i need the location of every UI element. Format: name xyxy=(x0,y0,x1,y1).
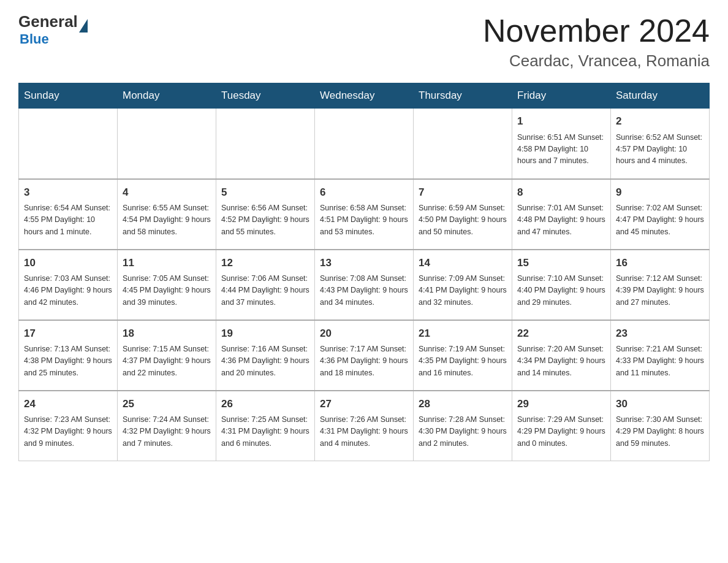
calendar-cell: 17Sunrise: 7:13 AM Sunset: 4:38 PM Dayli… xyxy=(19,320,118,391)
day-number: 24 xyxy=(24,396,112,412)
sun-info: Sunrise: 6:56 AM Sunset: 4:52 PM Dayligh… xyxy=(221,202,309,238)
calendar-cell: 20Sunrise: 7:17 AM Sunset: 4:36 PM Dayli… xyxy=(315,320,414,391)
day-number: 9 xyxy=(616,185,704,201)
sun-info: Sunrise: 7:01 AM Sunset: 4:48 PM Dayligh… xyxy=(517,202,605,238)
day-number: 5 xyxy=(221,185,309,201)
calendar-cell: 30Sunrise: 7:30 AM Sunset: 4:29 PM Dayli… xyxy=(611,391,710,461)
sun-info: Sunrise: 7:05 AM Sunset: 4:45 PM Dayligh… xyxy=(123,273,211,308)
logo-triangle-icon xyxy=(79,19,88,33)
day-number: 16 xyxy=(616,255,704,271)
day-header-tuesday: Tuesday xyxy=(216,83,315,109)
day-number: 19 xyxy=(221,326,309,342)
calendar-cell: 19Sunrise: 7:16 AM Sunset: 4:36 PM Dayli… xyxy=(216,320,315,391)
day-number: 14 xyxy=(419,255,507,271)
calendar-cell: 27Sunrise: 7:26 AM Sunset: 4:31 PM Dayli… xyxy=(315,391,414,461)
sun-info: Sunrise: 7:19 AM Sunset: 4:35 PM Dayligh… xyxy=(419,343,507,379)
day-number: 11 xyxy=(123,255,211,271)
sun-info: Sunrise: 7:17 AM Sunset: 4:36 PM Dayligh… xyxy=(320,343,408,379)
calendar-cell: 15Sunrise: 7:10 AM Sunset: 4:40 PM Dayli… xyxy=(512,250,611,320)
calendar-cell: 8Sunrise: 7:01 AM Sunset: 4:48 PM Daylig… xyxy=(512,179,611,250)
sun-info: Sunrise: 7:09 AM Sunset: 4:41 PM Dayligh… xyxy=(419,273,507,308)
sun-info: Sunrise: 7:29 AM Sunset: 4:29 PM Dayligh… xyxy=(517,414,605,450)
sun-info: Sunrise: 7:16 AM Sunset: 4:36 PM Dayligh… xyxy=(221,343,309,379)
day-number: 8 xyxy=(517,185,605,201)
calendar-table: SundayMondayTuesdayWednesdayThursdayFrid… xyxy=(18,83,710,461)
month-title: November 2024 xyxy=(483,12,710,49)
calendar-cell: 29Sunrise: 7:29 AM Sunset: 4:29 PM Dayli… xyxy=(512,391,611,461)
sun-info: Sunrise: 6:55 AM Sunset: 4:54 PM Dayligh… xyxy=(123,202,211,238)
calendar-cell: 10Sunrise: 7:03 AM Sunset: 4:46 PM Dayli… xyxy=(19,250,118,320)
day-header-monday: Monday xyxy=(118,83,216,109)
day-number: 7 xyxy=(419,185,507,201)
sun-info: Sunrise: 7:02 AM Sunset: 4:47 PM Dayligh… xyxy=(616,202,704,238)
sun-info: Sunrise: 7:08 AM Sunset: 4:43 PM Dayligh… xyxy=(320,273,408,308)
calendar-body: 1Sunrise: 6:51 AM Sunset: 4:58 PM Daylig… xyxy=(19,109,710,461)
logo-general-text: General xyxy=(18,12,78,31)
day-number: 27 xyxy=(320,396,408,412)
week-row-3: 10Sunrise: 7:03 AM Sunset: 4:46 PM Dayli… xyxy=(19,250,710,320)
calendar-cell: 23Sunrise: 7:21 AM Sunset: 4:33 PM Dayli… xyxy=(611,320,710,391)
location-title: Ceardac, Vrancea, Romania xyxy=(483,52,710,71)
week-row-4: 17Sunrise: 7:13 AM Sunset: 4:38 PM Dayli… xyxy=(19,320,710,391)
calendar-cell: 26Sunrise: 7:25 AM Sunset: 4:31 PM Dayli… xyxy=(216,391,315,461)
sun-info: Sunrise: 6:59 AM Sunset: 4:50 PM Dayligh… xyxy=(419,202,507,238)
calendar-cell: 24Sunrise: 7:23 AM Sunset: 4:32 PM Dayli… xyxy=(19,391,118,461)
week-row-1: 1Sunrise: 6:51 AM Sunset: 4:58 PM Daylig… xyxy=(19,109,710,179)
calendar-cell: 21Sunrise: 7:19 AM Sunset: 4:35 PM Dayli… xyxy=(414,320,512,391)
sun-info: Sunrise: 7:06 AM Sunset: 4:44 PM Dayligh… xyxy=(221,273,309,308)
sun-info: Sunrise: 6:52 AM Sunset: 4:57 PM Dayligh… xyxy=(616,132,704,167)
calendar-cell: 5Sunrise: 6:56 AM Sunset: 4:52 PM Daylig… xyxy=(216,179,315,250)
day-number: 28 xyxy=(419,396,507,412)
calendar-cell: 1Sunrise: 6:51 AM Sunset: 4:58 PM Daylig… xyxy=(512,109,611,179)
day-header-thursday: Thursday xyxy=(414,83,512,109)
sun-info: Sunrise: 7:20 AM Sunset: 4:34 PM Dayligh… xyxy=(517,343,605,379)
sun-info: Sunrise: 7:10 AM Sunset: 4:40 PM Dayligh… xyxy=(517,273,605,308)
day-number: 26 xyxy=(221,396,309,412)
logo: General Blue xyxy=(18,12,88,47)
day-number: 2 xyxy=(616,113,704,129)
calendar-cell xyxy=(216,109,315,179)
day-number: 15 xyxy=(517,255,605,271)
day-number: 20 xyxy=(320,326,408,342)
sun-info: Sunrise: 7:26 AM Sunset: 4:31 PM Dayligh… xyxy=(320,414,408,450)
week-row-2: 3Sunrise: 6:54 AM Sunset: 4:55 PM Daylig… xyxy=(19,179,710,250)
sun-info: Sunrise: 7:24 AM Sunset: 4:32 PM Dayligh… xyxy=(123,414,211,450)
sun-info: Sunrise: 7:03 AM Sunset: 4:46 PM Dayligh… xyxy=(24,273,112,308)
calendar-header-row: SundayMondayTuesdayWednesdayThursdayFrid… xyxy=(19,83,710,109)
day-header-saturday: Saturday xyxy=(611,83,710,109)
day-number: 25 xyxy=(123,396,211,412)
day-header-friday: Friday xyxy=(512,83,611,109)
day-header-wednesday: Wednesday xyxy=(315,83,414,109)
calendar-cell: 16Sunrise: 7:12 AM Sunset: 4:39 PM Dayli… xyxy=(611,250,710,320)
sun-info: Sunrise: 7:25 AM Sunset: 4:31 PM Dayligh… xyxy=(221,414,309,450)
logo-blue-text: Blue xyxy=(20,31,49,47)
calendar-cell xyxy=(118,109,216,179)
calendar-cell: 18Sunrise: 7:15 AM Sunset: 4:37 PM Dayli… xyxy=(118,320,216,391)
calendar-cell: 6Sunrise: 6:58 AM Sunset: 4:51 PM Daylig… xyxy=(315,179,414,250)
day-number: 21 xyxy=(419,326,507,342)
calendar-cell: 22Sunrise: 7:20 AM Sunset: 4:34 PM Dayli… xyxy=(512,320,611,391)
calendar-cell: 28Sunrise: 7:28 AM Sunset: 4:30 PM Dayli… xyxy=(414,391,512,461)
calendar-cell: 12Sunrise: 7:06 AM Sunset: 4:44 PM Dayli… xyxy=(216,250,315,320)
sun-info: Sunrise: 6:58 AM Sunset: 4:51 PM Dayligh… xyxy=(320,202,408,238)
calendar-cell: 4Sunrise: 6:55 AM Sunset: 4:54 PM Daylig… xyxy=(118,179,216,250)
sun-info: Sunrise: 7:23 AM Sunset: 4:32 PM Dayligh… xyxy=(24,414,112,450)
day-number: 18 xyxy=(123,326,211,342)
day-number: 12 xyxy=(221,255,309,271)
calendar-cell: 13Sunrise: 7:08 AM Sunset: 4:43 PM Dayli… xyxy=(315,250,414,320)
calendar-cell xyxy=(315,109,414,179)
day-number: 10 xyxy=(24,255,112,271)
calendar-cell: 25Sunrise: 7:24 AM Sunset: 4:32 PM Dayli… xyxy=(118,391,216,461)
day-number: 22 xyxy=(517,326,605,342)
calendar-cell: 2Sunrise: 6:52 AM Sunset: 4:57 PM Daylig… xyxy=(611,109,710,179)
day-number: 1 xyxy=(517,113,605,129)
sun-info: Sunrise: 6:54 AM Sunset: 4:55 PM Dayligh… xyxy=(24,202,112,238)
week-row-5: 24Sunrise: 7:23 AM Sunset: 4:32 PM Dayli… xyxy=(19,391,710,461)
sun-info: Sunrise: 7:28 AM Sunset: 4:30 PM Dayligh… xyxy=(419,414,507,450)
calendar-cell: 7Sunrise: 6:59 AM Sunset: 4:50 PM Daylig… xyxy=(414,179,512,250)
day-number: 17 xyxy=(24,326,112,342)
day-header-sunday: Sunday xyxy=(19,83,118,109)
calendar-cell: 14Sunrise: 7:09 AM Sunset: 4:41 PM Dayli… xyxy=(414,250,512,320)
title-area: November 2024 Ceardac, Vrancea, Romania xyxy=(483,12,710,71)
calendar-cell xyxy=(19,109,118,179)
